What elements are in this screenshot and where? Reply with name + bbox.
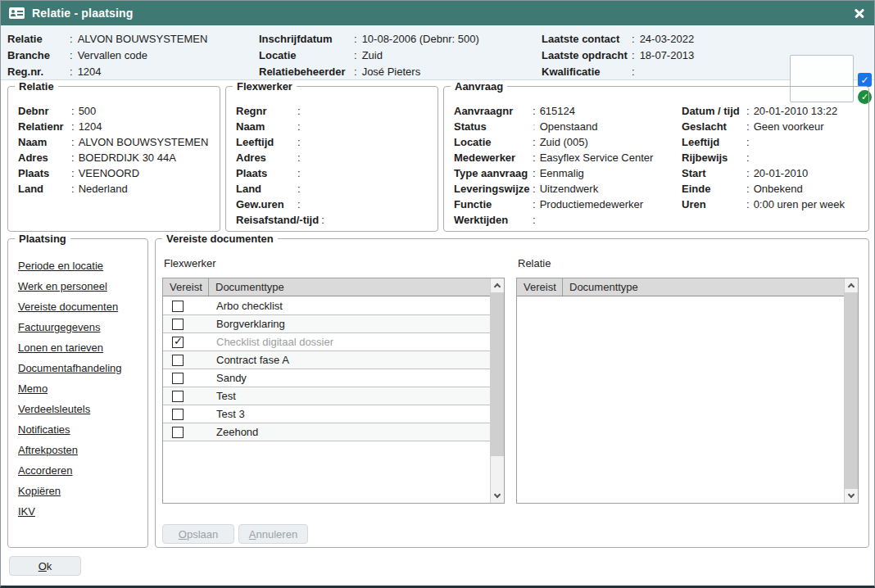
table-body: Arbo checklist Borgverklaring Checklist … — [163, 297, 490, 503]
field-row: Rijbewijs: — [682, 150, 845, 165]
field-value: 1204 — [79, 119, 102, 134]
field-row: Einde:Onbekend — [682, 181, 845, 197]
flexwerker-documents-table: Vereist Documenttype Arbo checklist Borg… — [162, 278, 505, 504]
col-header-documenttype: Documenttype — [209, 278, 490, 296]
vereist-checkbox[interactable] — [172, 409, 184, 420]
field-row: Reisafstand/-tijd: — [236, 212, 438, 228]
aanvraag-right-column: Datum / tijd:20-01-2010 13:22 Geslacht:G… — [682, 103, 845, 212]
field-value: 20-01-2010 13:22 — [754, 103, 838, 119]
field-value: Geen voorkeur — [754, 119, 824, 134]
close-button[interactable] — [853, 7, 866, 20]
header-summary: Relatie:ALVON BOUWSYSTEMEN Branche:Verva… — [1, 25, 874, 80]
sidebar-item-accorderen[interactable]: Accorderen — [18, 465, 147, 476]
field-value: 500 — [79, 103, 97, 119]
col-header-documenttype: Documenttype — [563, 278, 844, 296]
sidebar-item-lonen-en-tarieven[interactable]: Lonen en tarieven — [18, 342, 147, 353]
col-header-vereist: Vereist — [163, 278, 209, 296]
sidebar-item-verdeelsleutels[interactable]: Verdeelsleutels — [18, 404, 147, 414]
panel-flexwerker: Flexwerker Regnr: Naam: Leeftijd: Adres:… — [225, 86, 438, 232]
header-checkbox-checked[interactable]: ✓ — [858, 73, 872, 87]
sidebar-item-factuurgegevens[interactable]: Factuurgegevens — [18, 322, 147, 332]
col-header-vereist: Vereist — [517, 278, 563, 296]
field-value: Uitzendwerk — [540, 181, 599, 197]
field-row: Leeftijd: — [236, 134, 438, 150]
field-value: 0:00 uren per week — [754, 197, 845, 212]
field-value: Zuid — [362, 47, 383, 64]
sidebar-item-periode-en-locatie[interactable]: Periode en locatie — [18, 260, 147, 271]
field-row: Gew.uren: — [236, 197, 438, 212]
chevron-up-icon — [494, 283, 501, 290]
vereist-checkbox[interactable] — [172, 337, 184, 348]
header-field: Reg.nr.:1204 — [7, 64, 207, 80]
chevron-up-icon — [848, 283, 855, 290]
vereist-checkbox[interactable] — [172, 319, 184, 330]
scrollbar-up-button[interactable] — [845, 278, 858, 292]
table-row[interactable]: Borgverklaring — [163, 315, 490, 333]
header-field: Laatste contact:24-03-2022 — [542, 31, 694, 47]
vereist-checkbox[interactable] — [172, 355, 184, 366]
header-field: Branche:Vervallen code — [7, 47, 207, 64]
field-value: Nederland — [79, 181, 128, 197]
scrollbar[interactable] — [490, 278, 504, 503]
panel-vereiste-documenten: Vereiste documenten Flexwerker Relatie V… — [155, 238, 869, 548]
sidebar-item-documentafhandeling[interactable]: Documentafhandeling — [18, 363, 147, 373]
scrollbar-down-button[interactable] — [491, 489, 504, 503]
field-value: José Pieters — [362, 64, 421, 80]
ok-button[interactable]: Ok — [9, 556, 81, 576]
scrollbar-thumb[interactable] — [491, 292, 504, 456]
vereist-checkbox[interactable] — [172, 301, 184, 312]
field-row: Uren:0:00 uren per week — [682, 197, 845, 212]
field-value: Vervallen code — [78, 47, 147, 64]
table-row[interactable]: Test 3 — [163, 405, 490, 423]
field-value: Eenmalig — [540, 165, 584, 181]
field-row: Relatienr:1204 — [18, 119, 220, 134]
field-value: ALVON BOUWSYSTEMEN — [79, 134, 209, 150]
documenttype-cell: Test 3 — [209, 408, 245, 420]
sidebar-item-notificaties[interactable]: Notificaties — [18, 424, 147, 435]
table-row[interactable]: Contract fase A — [163, 351, 490, 369]
header-field: Relatiebeheerder:José Pieters — [259, 64, 479, 80]
header-group-laatste: Laatste contact:24-03-2022 Laatste opdra… — [542, 31, 694, 80]
table-row[interactable]: Test — [163, 387, 490, 405]
documenttype-cell: Borgverklaring — [209, 318, 285, 330]
panel-legend: Flexwerker — [233, 80, 297, 93]
documenttype-cell: Arbo checklist — [209, 300, 283, 312]
field-value: BOEDRDIJK 30 44A — [79, 150, 176, 165]
sidebar-item-aftrekposten[interactable]: Aftrekposten — [18, 445, 147, 455]
table-row[interactable]: Sandy — [163, 369, 490, 387]
sidebar-item-memo[interactable]: Memo — [18, 383, 147, 394]
field-row: Leeftijd: — [682, 134, 845, 150]
header-field: Inschrijfdatum:10-08-2006 (Debnr: 500) — [259, 31, 479, 47]
field-value: ALVON BOUWSYSTEMEN — [78, 31, 208, 47]
field-value: Zuid (005) — [540, 134, 588, 150]
header-group-inschrijving: Inschrijfdatum:10-08-2006 (Debnr: 500) L… — [259, 31, 479, 80]
cancel-button[interactable]: Annuleren — [238, 524, 308, 544]
panel-plaatsing: Plaatsing Periode en locatie Werk en per… — [7, 238, 148, 548]
table-row[interactable]: Zeehond — [163, 423, 490, 441]
flexwerker-table-label: Flexwerker — [164, 257, 216, 269]
vereist-checkbox[interactable] — [172, 391, 184, 402]
chevron-down-icon — [494, 491, 501, 498]
scrollbar-down-button[interactable] — [845, 489, 858, 503]
sidebar-item-ikv[interactable]: IKV — [18, 506, 147, 517]
vereist-checkbox[interactable] — [172, 427, 184, 438]
documenttype-cell: Zeehond — [209, 426, 258, 438]
header-field: Locatie:Zuid — [259, 47, 479, 64]
sidebar-item-vereiste-documenten[interactable]: Vereiste documenten — [18, 301, 147, 312]
scrollbar-thumb[interactable] — [845, 292, 858, 489]
header-field: Kwalificatie: — [542, 64, 694, 80]
save-button[interactable]: Opslaan — [162, 524, 234, 544]
documenttype-cell: Checklist digitaal dossier — [209, 336, 333, 348]
table-row[interactable]: Checklist digitaal dossier — [163, 333, 490, 351]
vereist-checkbox[interactable] — [172, 373, 184, 384]
table-row[interactable]: Arbo checklist — [163, 297, 490, 315]
scrollbar-up-button[interactable] — [491, 278, 504, 292]
field-row: Regnr: — [236, 103, 438, 119]
documenttype-cell: Contract fase A — [209, 354, 289, 366]
documenttype-cell: Sandy — [209, 372, 247, 384]
sidebar-item-kopieren[interactable]: Kopiëren — [18, 486, 147, 496]
field-value: 1204 — [78, 64, 102, 80]
sidebar-item-werk-en-personeel[interactable]: Werk en personeel — [18, 281, 147, 292]
panel-aanvraag: Aanvraag Aanvraagnr:615124 Status:Openst… — [443, 86, 869, 232]
scrollbar[interactable] — [844, 278, 858, 503]
